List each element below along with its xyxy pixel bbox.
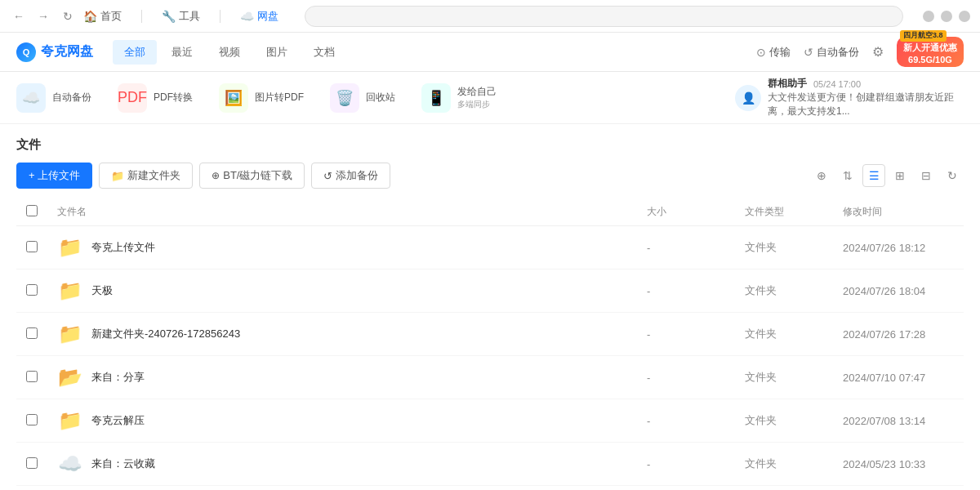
titlebar-nav-btns: ← → ↻ (10, 7, 77, 25)
nav-back-btn[interactable]: ← (10, 7, 28, 25)
file-size-4: - (637, 399, 735, 443)
bt-download-btn[interactable]: ⊕ BT/磁力链下载 (199, 163, 305, 189)
table-row[interactable]: 📁 夸克上传文件 - 文件夹 2024/07/26 18:12 (16, 226, 964, 270)
row-checkbox-4[interactable] (26, 414, 38, 425)
send-self-label: 发给自己 (457, 85, 497, 99)
add-backup-label: 添加备份 (336, 168, 378, 183)
file-type-6: 安装包 (735, 486, 833, 491)
tab-recent[interactable]: 最近 (160, 40, 204, 65)
file-name-cell: ☁️ 来自：云收藏 (57, 451, 627, 477)
app-header: Q 夸克网盘 全部 最近 视频 图片 文档 ⊙ 传输 ↺ 自动备份 ⚙ (0, 33, 980, 72)
filter-btn[interactable]: ⊕ (810, 164, 833, 187)
cloud-icon: ☁️ (240, 10, 254, 23)
window-close-btn[interactable] (959, 11, 970, 22)
table-row[interactable]: 📂 来自：分享 - 文件夹 2024/07/10 07:47 (16, 356, 964, 399)
tab-image[interactable]: 图片 (255, 40, 299, 65)
file-icon-4: 📁 (57, 408, 83, 434)
file-date-1: 2024/07/26 18:04 (833, 270, 964, 313)
table-row[interactable]: ☁️ 来自：云收藏 - 文件夹 2024/05/23 10:33 (16, 443, 964, 486)
list-view-btn[interactable]: ☰ (862, 164, 885, 187)
col-header-size: 大小 (647, 206, 666, 217)
detail-view-btn[interactable]: ⊟ (915, 164, 938, 187)
folder-cloud-icon: ☁️ (58, 452, 82, 475)
notification-time: 05/24 17:00 (813, 79, 861, 89)
upload-btn[interactable]: + 上传文件 (16, 163, 92, 189)
file-name-cell: 📁 夸克云解压 (57, 408, 627, 434)
promo-new-label: 新人开通优惠 (903, 42, 957, 53)
auto-backup-icon: ↺ (804, 46, 813, 59)
table-row[interactable]: 📦 v2rayNG_1.7.8_arm64-v8a.apk.1 16.1MB 安… (16, 486, 964, 491)
col-header-date: 修改时间 (843, 206, 882, 217)
notification-content: 群相助手 05/24 17:00 大文件发送更方便！创建群组邀请朋友近距离，最大… (768, 77, 964, 118)
nav-refresh-btn[interactable]: ↻ (59, 7, 77, 25)
nav-home[interactable]: 🏠 首页 (77, 6, 128, 27)
folder-icon: 📁 (58, 409, 82, 432)
promo-price-label: 69.5G/10G (908, 54, 952, 65)
row-checkbox-3[interactable] (26, 371, 38, 382)
promo-badge[interactable]: 四月航空3.8 新人开通优惠 69.5G/10G (897, 37, 964, 67)
table-row[interactable]: 📁 夸克云解压 - 文件夹 2022/07/08 13:14 (16, 399, 964, 443)
file-name-cell: 📁 夸克上传文件 (57, 234, 627, 261)
file-name-2: 新建文件夹-240726-172856243 (91, 327, 240, 341)
file-type-3: 文件夹 (735, 356, 833, 399)
table-row[interactable]: 📁 新建文件夹-240726-172856243 - 文件夹 2024/07/2… (16, 313, 964, 356)
refresh-files-btn[interactable]: ↻ (941, 164, 964, 187)
file-icon-3: 📂 (57, 364, 83, 390)
file-size-3: - (637, 356, 735, 399)
pdf-convert-icon: PDF (118, 83, 147, 113)
window-maximize-btn[interactable] (941, 11, 952, 22)
file-icon-2: 📁 (57, 321, 83, 347)
file-icon-5: ☁️ (57, 451, 83, 477)
tab-video[interactable]: 视频 (207, 40, 252, 65)
quick-tool-auto-backup[interactable]: ☁️ 自动备份 (16, 83, 91, 113)
file-date-3: 2024/07/10 07:47 (833, 356, 964, 399)
select-all-checkbox[interactable] (26, 205, 38, 216)
img-pdf-icon: 🖼️ (219, 83, 248, 113)
table-row[interactable]: 📁 天极 - 文件夹 2024/07/26 18:04 (16, 270, 964, 313)
nav-forward-btn[interactable]: → (34, 7, 52, 25)
quick-tool-send-self[interactable]: 📱 发给自己 多端同步 (421, 83, 497, 113)
auto-backup-tool-label: 自动备份 (52, 91, 91, 105)
add-backup-icon: ↺ (323, 170, 332, 182)
main-content: 文件 + 上传文件 📁 新建文件夹 ⊕ BT/磁力链下载 ↺ 添加备份 ⊕ ⇅ … (0, 124, 980, 490)
row-checkbox-2[interactable] (26, 327, 38, 339)
section-title: 文件 (16, 137, 964, 153)
app-logo-text: 夸克网盘 (41, 43, 93, 60)
tab-all[interactable]: 全部 (113, 40, 157, 65)
quick-tool-pdf-convert[interactable]: PDF PDF转换 (118, 83, 193, 113)
sort-btn[interactable]: ⇅ (836, 164, 859, 187)
folder-share-icon: 📂 (58, 366, 82, 389)
col-header-name: 文件名 (57, 206, 87, 217)
app-logo: Q 夸克网盘 (16, 42, 93, 62)
titlebar-nav: 🏠 首页 🔧 工具 ☁️ 网盘 (77, 6, 285, 27)
header-actions: ⊙ 传输 ↺ 自动备份 ⚙ 四月航空3.8 新人开通优惠 69.5G/10G (756, 37, 964, 67)
file-date-5: 2024/05/23 10:33 (833, 443, 964, 486)
file-name-0: 夸克上传文件 (91, 240, 155, 255)
window-minimize-btn[interactable] (923, 11, 934, 22)
file-size-1: - (637, 270, 735, 313)
quick-tool-img-pdf[interactable]: 🖼️ 图片转PDF (219, 83, 304, 113)
new-folder-btn[interactable]: 📁 新建文件夹 (99, 163, 193, 189)
folder-icon: 📁 (58, 323, 82, 345)
auto-backup-btn[interactable]: ↺ 自动备份 (804, 45, 859, 60)
settings-btn[interactable]: ⚙ (872, 44, 884, 60)
pdf-convert-label: PDF转换 (154, 91, 193, 105)
home-icon: 🏠 (83, 10, 97, 23)
file-type-2: 文件夹 (735, 313, 833, 356)
col-header-type: 文件类型 (745, 206, 784, 217)
transfer-btn[interactable]: ⊙ 传输 (756, 45, 791, 60)
tab-image-label: 图片 (266, 46, 287, 58)
row-checkbox-1[interactable] (26, 284, 38, 296)
nav-home-label: 首页 (100, 9, 122, 24)
add-backup-btn[interactable]: ↺ 添加备份 (311, 163, 390, 189)
tab-doc-label: 文档 (314, 46, 335, 58)
tab-doc[interactable]: 文档 (302, 40, 346, 65)
quick-tool-recycle[interactable]: 🗑️ 回收站 (330, 83, 395, 113)
quick-tools-bar: ☁️ 自动备份 PDF PDF转换 🖼️ 图片转PDF 🗑️ 回收站 📱 发给自… (0, 72, 980, 124)
nav-cloud[interactable]: ☁️ 网盘 (234, 6, 285, 27)
row-checkbox-0[interactable] (26, 241, 38, 252)
grid-view-btn[interactable]: ⊞ (889, 164, 911, 187)
row-checkbox-5[interactable] (26, 457, 38, 469)
nav-tools[interactable]: 🔧 工具 (155, 6, 207, 27)
file-size-2: - (637, 313, 735, 356)
